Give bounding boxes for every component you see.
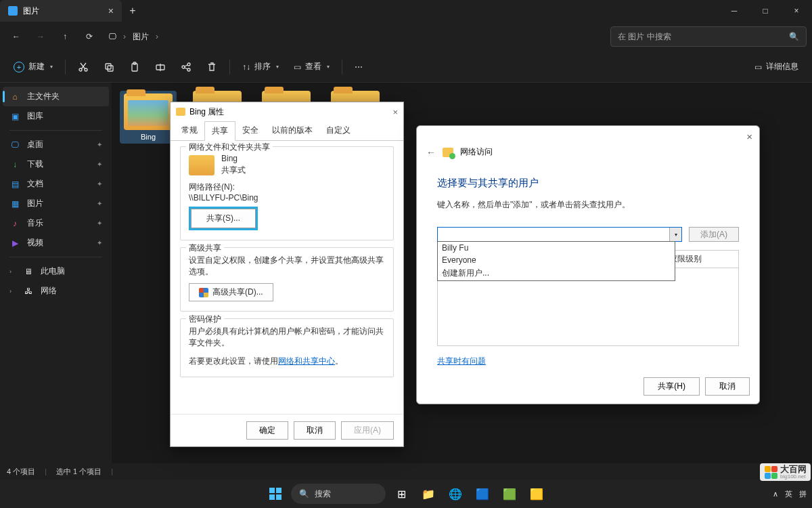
tab-customize[interactable]: 自定义 (319, 121, 357, 140)
view-button[interactable]: ▭ 查看 ▾ (287, 56, 336, 78)
ok-button[interactable]: 确定 (246, 421, 288, 440)
close-icon[interactable]: × (746, 131, 752, 142)
delete-button[interactable] (200, 56, 224, 78)
minimize-button[interactable]: ─ (719, 0, 750, 22)
network-center-link[interactable]: 网络和共享中心 (278, 356, 335, 366)
svg-rect-13 (276, 494, 281, 500)
sidebar-item-home[interactable]: ⌂主文件夹 (3, 87, 109, 106)
dropdown-button[interactable]: ▾ (669, 228, 681, 241)
sidebar-item-documents[interactable]: ▤文档✦ (0, 174, 112, 194)
taskview-button[interactable]: ⊞ (390, 482, 413, 505)
sort-icon: ↑↓ (242, 62, 250, 72)
dropdown-item[interactable]: Billy Fu (438, 242, 675, 254)
tab-sharing[interactable]: 共享 (204, 121, 235, 141)
advanced-desc: 设置自定义权限，创建多个共享，并设置其他高级共享选项。 (189, 255, 385, 278)
chevron-down-icon: ▾ (276, 64, 279, 70)
app-icon[interactable]: 📁 (417, 482, 440, 505)
back-icon[interactable]: ← (426, 147, 436, 158)
cancel-button[interactable]: 取消 (294, 421, 336, 440)
sidebar-item-music[interactable]: ♪音乐✦ (0, 213, 112, 233)
sidebar-item-network[interactable]: ›🖧网络 (0, 281, 112, 301)
share-button[interactable]: 共享(S)... (191, 209, 256, 228)
dropdown-item[interactable]: Everyone (438, 254, 675, 266)
sidebar-item-videos[interactable]: ▶视频✦ (0, 233, 112, 253)
paste-button[interactable] (122, 56, 147, 78)
pin-icon: ✦ (97, 141, 102, 148)
apply-button[interactable]: 应用(A) (341, 421, 394, 440)
network-sharing-group: 网络文件和文件夹共享 Bing 共享式 网络路径(N): \\BILLYFU-P… (180, 146, 394, 240)
sidebar-item-downloads[interactable]: ↓下载✦ (0, 154, 112, 174)
dialog-titlebar[interactable]: × (417, 126, 759, 146)
navbar: ← → ↑ ⟳ 🖵 › 图片 › 在 图片 中搜索 🔍 (0, 22, 812, 51)
app-icon[interactable]: 🟦 (471, 482, 494, 505)
pin-icon: ✦ (97, 239, 102, 247)
dialog-header: ← 网络访问 (417, 146, 759, 163)
copy-button[interactable] (97, 56, 121, 78)
selection-count: 选中 1 个项目 (56, 467, 102, 477)
ime-mode[interactable]: 拼 (799, 489, 807, 499)
cancel-button[interactable]: 取消 (705, 377, 750, 396)
dialog-title: 网络访问 (460, 146, 493, 158)
folder-item[interactable]: Bing (120, 91, 177, 144)
new-button[interactable]: + 新建 ▾ (7, 56, 60, 78)
details-icon: ▭ (754, 62, 762, 72)
video-icon: ▶ (9, 238, 20, 249)
new-tab-button[interactable]: + (122, 0, 143, 22)
svg-rect-2 (106, 64, 111, 69)
tab-previous-versions[interactable]: 以前的版本 (265, 121, 319, 140)
back-button[interactable]: ← (5, 26, 27, 47)
rename-button[interactable] (148, 56, 173, 78)
sidebar-item-desktop[interactable]: 🖵桌面✦ (0, 135, 112, 154)
close-button[interactable]: × (781, 0, 812, 22)
pictures-icon (8, 6, 18, 16)
close-tab-icon[interactable]: × (108, 5, 114, 16)
tab-general[interactable]: 常规 (175, 121, 204, 140)
divider (9, 257, 102, 257)
watermark-sub: big100.net (780, 473, 807, 480)
advanced-sharing-button[interactable]: 高级共享(D)... (189, 283, 273, 301)
dialog-titlebar[interactable]: Bing 属性 × (171, 102, 403, 121)
network-access-dialog: × ← 网络访问 选择要与其共享的用户 键入名称，然后单击"添加"，或者单击箭头… (416, 125, 760, 404)
cut-button[interactable] (71, 56, 95, 78)
details-button[interactable]: ▭ 详细信息 (748, 56, 805, 78)
close-icon[interactable]: × (392, 107, 398, 117)
sharing-issues-link[interactable]: 共享时有问题 (437, 356, 486, 367)
search-input[interactable]: 在 图片 中搜索 🔍 (610, 26, 807, 47)
share-button[interactable]: 共享(H) (644, 377, 700, 396)
svg-point-1 (85, 68, 87, 71)
app-icon[interactable]: 🟨 (525, 482, 548, 505)
user-input[interactable] (438, 228, 669, 241)
svg-point-7 (182, 66, 185, 68)
sidebar-item-gallery[interactable]: ▣图库 (0, 106, 112, 126)
refresh-button[interactable]: ⟳ (78, 26, 100, 47)
window-tab[interactable]: 图片 × (0, 0, 122, 22)
shield-icon (199, 288, 208, 297)
ime-indicator[interactable]: 英 (785, 489, 792, 499)
sort-button[interactable]: ↑↓ 排序 ▾ (235, 56, 286, 78)
dropdown-item[interactable]: 创建新用户... (438, 266, 675, 280)
breadcrumb-item[interactable]: 图片 (133, 31, 149, 43)
sidebar-item-thispc[interactable]: ›🖥此电脑 (0, 261, 112, 281)
divider (65, 60, 66, 75)
forward-button[interactable]: → (30, 26, 51, 47)
search-icon: 🔍 (299, 489, 309, 499)
app-icon[interactable]: 🌐 (444, 482, 467, 505)
app-icon[interactable]: 🟩 (498, 482, 521, 505)
sidebar-item-pictures[interactable]: ▦图片✦ (0, 194, 112, 213)
share-name: Bing (221, 154, 246, 163)
maximize-button[interactable]: □ (750, 0, 781, 22)
more-button[interactable]: ⋯ (348, 56, 369, 78)
share-button[interactable] (174, 56, 198, 78)
start-button[interactable] (264, 482, 287, 505)
tray-chevron-icon[interactable]: ∧ (773, 490, 778, 499)
folder-icon (176, 108, 185, 116)
breadcrumb[interactable]: 🖵 › 图片 › (103, 31, 164, 43)
tab-security[interactable]: 安全 (235, 121, 265, 140)
dialog-title: Bing 属性 (189, 106, 224, 118)
up-button[interactable]: ↑ (54, 26, 76, 47)
user-combobox[interactable]: ▾ (437, 227, 682, 242)
svg-point-0 (79, 68, 82, 71)
search-icon: 🔍 (789, 32, 799, 41)
taskbar-search[interactable]: 🔍搜索 (291, 484, 386, 504)
add-button[interactable]: 添加(A) (689, 227, 739, 242)
